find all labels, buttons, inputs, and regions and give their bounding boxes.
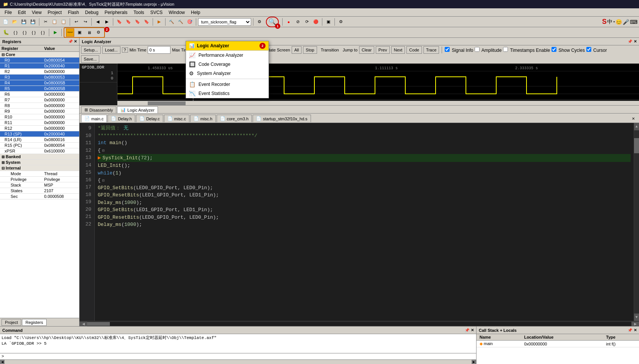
la-prev-btn[interactable]: Prev — [376, 46, 390, 54]
menu-peripherals[interactable]: Peripherals — [102, 9, 131, 16]
table-row[interactable]: R00x0800054 — [0, 58, 79, 63]
save-btn[interactable]: 💾 — [20, 18, 28, 26]
table-row[interactable]: xPSR0x6100000 — [0, 148, 79, 154]
tb2-monitor-btn[interactable]: ▣ — [75, 28, 84, 37]
file-tab-main[interactable]: 📄 main.c — [81, 115, 107, 122]
scroll-up-btn[interactable]: ▲ — [634, 123, 639, 131]
la-h-scroll[interactable] — [117, 101, 639, 105]
dropdown-item-sa[interactable]: ⚙ System Analyzer — [186, 69, 269, 78]
table-row[interactable]: R13 (SP)0x2000040 — [0, 131, 79, 137]
file-tab-misc-h[interactable]: 📄 misc.h — [190, 115, 216, 122]
tb2-run-btn[interactable]: ▶ — [51, 28, 59, 37]
rebuild-btn[interactable]: 🔨 — [177, 18, 185, 26]
table-row[interactable]: R40x080005B — [0, 80, 79, 86]
reset-btn[interactable]: ⟳ — [303, 18, 311, 26]
file-tab-delay-h[interactable]: 📄 Delay.h — [108, 115, 135, 122]
la-save-btn[interactable]: Save... — [81, 55, 99, 63]
table-row[interactable]: R10x2000040 — [0, 63, 79, 69]
table-row[interactable]: R110x0000000 — [0, 120, 79, 126]
la-code-btn[interactable]: Code — [406, 46, 422, 54]
la-next-btn[interactable]: Next — [391, 46, 405, 54]
tb2-btn4[interactable]: { } — [30, 28, 38, 37]
amplitude-check[interactable] — [475, 47, 480, 52]
tb2-btn3[interactable]: { } — [20, 28, 29, 37]
run-btn[interactable]: ● — [284, 18, 293, 26]
menu-tools[interactable]: Tools — [131, 9, 147, 16]
table-row[interactable]: R120x0000000 — [0, 126, 79, 131]
table-row[interactable]: R50x080005B — [0, 86, 79, 92]
la-trace-btn[interactable]: Trace — [423, 46, 439, 54]
dropdown-item-pa[interactable]: 📈 Performance Analyzer — [186, 51, 269, 60]
table-row[interactable]: R14 (LR)0x0800016 — [0, 137, 79, 143]
redo-btn[interactable]: ↪ — [81, 18, 89, 26]
table-row[interactable]: R70x0000000 — [0, 97, 79, 103]
table-row[interactable]: R90x0000000 — [0, 109, 79, 114]
file-tab-startup[interactable]: 📄 startup_stm32f10x_hd.s — [253, 115, 311, 122]
waveform-btn[interactable]: 〰 — [66, 28, 74, 37]
menu-window[interactable]: Window — [166, 9, 188, 16]
nav-back-btn[interactable]: ◀ — [94, 18, 102, 26]
command-input[interactable] — [6, 353, 476, 359]
paste-btn[interactable]: 📋 — [59, 18, 68, 26]
dropdown-item-er[interactable]: 📋 Event Recorder — [186, 80, 269, 89]
file-tab-misc-c[interactable]: 📄 misc.c — [164, 115, 189, 122]
power-btn[interactable]: 🔴 — [312, 18, 320, 26]
bookmark1-btn[interactable]: 🔖 — [115, 18, 123, 26]
dropdown-header[interactable]: 📊 Logic Analyzer 2 — [186, 41, 269, 51]
la-clear-btn[interactable]: Clear — [359, 46, 374, 54]
menu-svcs[interactable]: SVCS — [147, 9, 166, 16]
cursor-check[interactable] — [586, 47, 591, 52]
target-options-btn[interactable]: ⚙ — [255, 18, 264, 26]
table-row[interactable]: R100x0000000 — [0, 114, 79, 120]
build-btn[interactable]: 🔨 — [167, 18, 176, 26]
la-stop-btn[interactable]: Stop — [303, 46, 317, 54]
menu-help[interactable]: Help — [188, 9, 203, 16]
h-scroll-thumb[interactable] — [87, 322, 110, 326]
table-row[interactable]: R15 (PC)0x0800054 — [0, 143, 79, 148]
bookmark4-btn[interactable]: 🔖 — [142, 18, 151, 26]
dropdown-item-es[interactable]: 📉 Event Statistics — [186, 89, 269, 98]
cmd-scroll-right[interactable]: ▶ — [472, 360, 476, 364]
menu-flash[interactable]: Flash — [65, 9, 82, 16]
target-dropdown[interactable]: turn_sickroom_flag — [198, 18, 251, 26]
cmd-scroll-left[interactable]: ◀ — [0, 360, 5, 364]
show-cycles-check[interactable] — [552, 47, 556, 52]
callstack-row[interactable]: ◆ main 0x00000000 int f() — [477, 341, 639, 347]
table-row[interactable]: R20x0000000 — [0, 69, 79, 75]
table-row[interactable]: R80x0000000 — [0, 103, 79, 109]
menu-debug[interactable]: Debug — [82, 9, 102, 16]
debug-start-btn[interactable]: ▶ — [155, 18, 163, 26]
close-file-btn[interactable]: ✕ — [629, 114, 637, 123]
system-expand[interactable]: ⊞ — [2, 160, 6, 165]
tb2-btn2[interactable]: { } — [11, 28, 20, 37]
menu-project[interactable]: Project — [45, 9, 65, 16]
signal-info-check[interactable] — [445, 47, 450, 52]
tb2-settings-btn[interactable]: ⚙ — [94, 28, 103, 37]
la-scroll-thumb[interactable] — [148, 101, 186, 105]
cmd-scrollbar[interactable]: ◀ ▶ — [0, 359, 476, 364]
bookmark2-btn[interactable]: 🔖 — [124, 18, 133, 26]
cut-btn[interactable]: ✂ — [41, 18, 50, 26]
table-row[interactable]: R30x0800053 — [0, 75, 79, 80]
dropdown-item-cc[interactable]: 🔲 Code Coverage — [186, 60, 269, 69]
table-row[interactable]: R60x0000000 — [0, 92, 79, 97]
undo-btn[interactable]: ↩ — [72, 18, 80, 26]
scroll-thumb[interactable] — [634, 138, 639, 153]
settings-btn[interactable]: ⚙ — [337, 18, 345, 26]
la-close-icon[interactable]: ✕ — [634, 39, 637, 44]
h-scroll-bar[interactable]: ◀ ▶ — [80, 321, 639, 326]
tab-disassembly[interactable]: ⊞ Disassembly — [81, 106, 116, 113]
core-expand[interactable]: ⊟ — [2, 53, 6, 57]
banked-expand[interactable]: ⊞ — [2, 155, 6, 159]
analyzer-btn-wrap[interactable]: 🔍 1 — [266, 17, 279, 27]
code-content[interactable]: *返回值： 无 ********************************… — [95, 123, 634, 321]
save-all-btn[interactable]: 💾 — [29, 18, 37, 26]
scroll-down-btn[interactable]: ▼ — [634, 313, 639, 321]
code-scrollbar[interactable]: ▲ ▼ — [634, 123, 639, 321]
file-tab-delay-c[interactable]: 📄 Delay.c — [136, 115, 163, 122]
command-close[interactable]: ✕ — [471, 328, 474, 332]
window-btn[interactable]: ▣ — [324, 18, 333, 26]
debug-btn[interactable]: 🐛 — [2, 28, 11, 37]
la-min-time-input[interactable] — [148, 46, 170, 54]
nav-fwd-btn[interactable]: ▶ — [103, 18, 111, 26]
